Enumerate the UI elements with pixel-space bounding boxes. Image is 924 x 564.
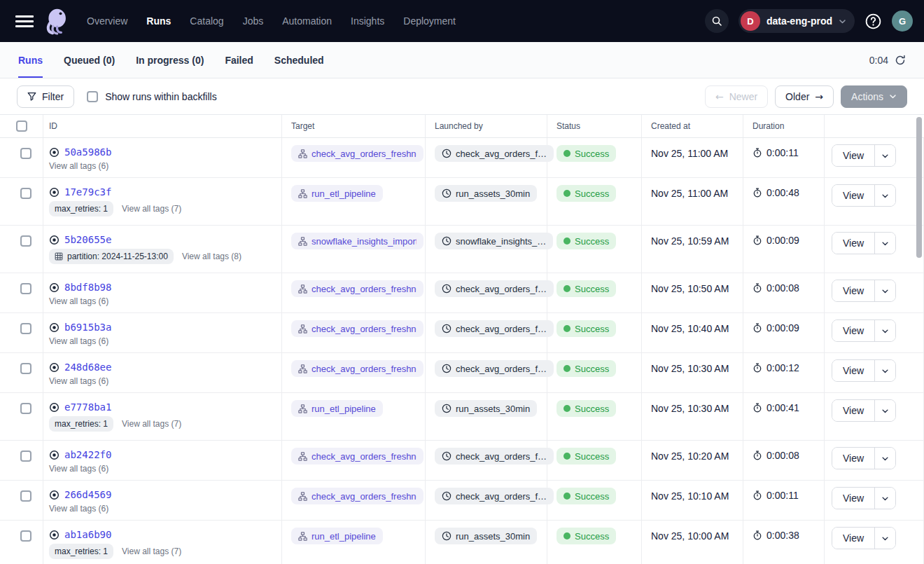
- run-id-link[interactable]: ab2422f0: [64, 449, 111, 460]
- view-button[interactable]: View: [832, 145, 874, 166]
- nav-item-deployment[interactable]: Deployment: [403, 15, 456, 27]
- view-dropdown-button[interactable]: [874, 320, 895, 341]
- nav-item-catalog[interactable]: Catalog: [190, 15, 223, 27]
- view-dropdown-button[interactable]: [874, 145, 895, 166]
- view-button[interactable]: View: [832, 280, 874, 301]
- view-all-tags-link[interactable]: View all tags (6): [49, 336, 108, 346]
- view-dropdown-button[interactable]: [874, 360, 895, 381]
- tab-in-progress-0[interactable]: In progress (0): [136, 42, 204, 78]
- menu-icon[interactable]: [15, 15, 34, 27]
- vertical-scrollbar[interactable]: [916, 117, 922, 258]
- run-id-link[interactable]: 266d4569: [64, 489, 111, 500]
- view-button[interactable]: View: [832, 488, 874, 509]
- view-dropdown-button[interactable]: [874, 185, 895, 206]
- view-button[interactable]: View: [832, 528, 874, 549]
- target-tag[interactable]: snowflake_insights_import: [291, 233, 424, 249]
- target-tag[interactable]: check_avg_orders_freshne: [291, 360, 424, 377]
- user-avatar[interactable]: G: [892, 11, 913, 32]
- filter-button[interactable]: Filter: [17, 85, 74, 108]
- run-id-link[interactable]: 248d68ee: [64, 362, 111, 373]
- row-checkbox[interactable]: [20, 490, 31, 502]
- view-all-tags-link[interactable]: View all tags (7): [122, 419, 181, 429]
- tab-failed[interactable]: Failed: [225, 42, 253, 78]
- run-id-link[interactable]: b6915b3a: [64, 322, 111, 333]
- launched-by-tag[interactable]: check_avg_orders_f…: [435, 280, 554, 297]
- view-all-tags-link[interactable]: View all tags (6): [49, 296, 108, 306]
- run-id-link[interactable]: 8bdf8b98: [64, 282, 111, 293]
- nav-item-automation[interactable]: Automation: [282, 15, 332, 27]
- tab-scheduled[interactable]: Scheduled: [274, 42, 324, 78]
- view-button[interactable]: View: [832, 233, 874, 254]
- target-tag[interactable]: check_avg_orders_freshne: [291, 448, 424, 465]
- view-dropdown-button[interactable]: [874, 400, 895, 421]
- workspace-switcher[interactable]: D data-eng-prod: [738, 9, 855, 33]
- row-checkbox[interactable]: [20, 283, 31, 294]
- view-all-tags-link[interactable]: View all tags (6): [49, 161, 108, 171]
- row-checkbox[interactable]: [20, 363, 31, 374]
- row-checkbox[interactable]: [20, 450, 31, 462]
- launched-by-tag[interactable]: run_assets_30min: [435, 400, 537, 417]
- run-id-link[interactable]: 5b20655e: [64, 234, 111, 245]
- target-tag[interactable]: check_avg_orders_freshne: [291, 145, 424, 162]
- launched-by-tag[interactable]: snowflake_insights_…: [435, 233, 553, 249]
- run-tag[interactable]: partition: 2024-11-25-13:00: [49, 249, 174, 264]
- view-button[interactable]: View: [832, 360, 874, 381]
- launched-by-tag[interactable]: check_avg_orders_f…: [435, 320, 554, 337]
- run-id-link[interactable]: e7778ba1: [64, 401, 111, 413]
- backfills-checkbox[interactable]: [87, 91, 98, 102]
- select-all-checkbox[interactable]: [16, 121, 27, 132]
- run-id-link[interactable]: 17e79c3f: [64, 186, 111, 198]
- view-dropdown-button[interactable]: [874, 233, 895, 254]
- run-tag[interactable]: max_retries: 1: [49, 201, 113, 216]
- view-all-tags-link[interactable]: View all tags (7): [122, 204, 181, 214]
- view-dropdown-button[interactable]: [874, 448, 895, 469]
- target-tag[interactable]: check_avg_orders_freshne: [291, 320, 424, 337]
- launched-by-tag[interactable]: check_avg_orders_f…: [435, 448, 554, 465]
- row-checkbox[interactable]: [20, 323, 31, 334]
- nav-item-overview[interactable]: Overview: [87, 15, 127, 27]
- run-tag[interactable]: max_retries: 1: [49, 544, 113, 559]
- view-dropdown-button[interactable]: [874, 528, 895, 549]
- row-checkbox[interactable]: [20, 148, 31, 159]
- tab-runs[interactable]: Runs: [18, 42, 43, 78]
- older-button[interactable]: Older →: [775, 85, 834, 108]
- view-all-tags-link[interactable]: View all tags (8): [182, 252, 241, 261]
- target-tag[interactable]: run_etl_pipeline: [291, 528, 383, 544]
- nav-item-jobs[interactable]: Jobs: [243, 15, 264, 27]
- view-button[interactable]: View: [832, 400, 874, 421]
- view-all-tags-link[interactable]: View all tags (6): [49, 376, 108, 386]
- nav-item-insights[interactable]: Insights: [351, 15, 384, 27]
- launched-by-tag[interactable]: check_avg_orders_f…: [435, 360, 554, 377]
- row-checkbox[interactable]: [20, 188, 31, 199]
- row-checkbox[interactable]: [20, 530, 31, 542]
- view-dropdown-button[interactable]: [874, 280, 895, 301]
- target-tag[interactable]: run_etl_pipeline: [291, 400, 383, 417]
- launched-by-tag[interactable]: check_avg_orders_f…: [435, 488, 554, 504]
- view-all-tags-link[interactable]: View all tags (7): [122, 546, 181, 556]
- view-button[interactable]: View: [832, 448, 874, 469]
- target-tag[interactable]: check_avg_orders_freshne: [291, 280, 424, 297]
- search-button[interactable]: [705, 9, 729, 33]
- run-tag[interactable]: max_retries: 1: [49, 416, 113, 432]
- view-button[interactable]: View: [832, 185, 874, 206]
- run-id-link[interactable]: ab1a6b90: [64, 529, 111, 540]
- target-tag[interactable]: check_avg_orders_freshne: [291, 488, 424, 504]
- refresh-button[interactable]: [895, 55, 906, 66]
- help-button[interactable]: [864, 13, 882, 30]
- launched-by-tag[interactable]: run_assets_30min: [435, 185, 537, 202]
- filter-label: Filter: [42, 91, 64, 102]
- view-button[interactable]: View: [832, 320, 874, 341]
- view-all-tags-link[interactable]: View all tags (6): [49, 504, 108, 514]
- row-checkbox[interactable]: [20, 403, 31, 414]
- target-tag[interactable]: run_etl_pipeline: [291, 185, 383, 202]
- run-id-link[interactable]: 50a5986b: [64, 146, 111, 158]
- nav-item-runs[interactable]: Runs: [146, 15, 171, 27]
- row-checkbox[interactable]: [20, 235, 31, 247]
- dagster-logo-icon[interactable]: [43, 7, 69, 35]
- view-dropdown-button[interactable]: [874, 488, 895, 509]
- view-all-tags-link[interactable]: View all tags (6): [49, 464, 108, 474]
- launched-by-tag[interactable]: check_avg_orders_f…: [435, 145, 554, 162]
- launched-by-tag[interactable]: run_assets_30min: [435, 528, 537, 544]
- tab-queued-0[interactable]: Queued (0): [64, 42, 115, 78]
- backfills-toggle[interactable]: Show runs within backfills: [87, 91, 217, 102]
